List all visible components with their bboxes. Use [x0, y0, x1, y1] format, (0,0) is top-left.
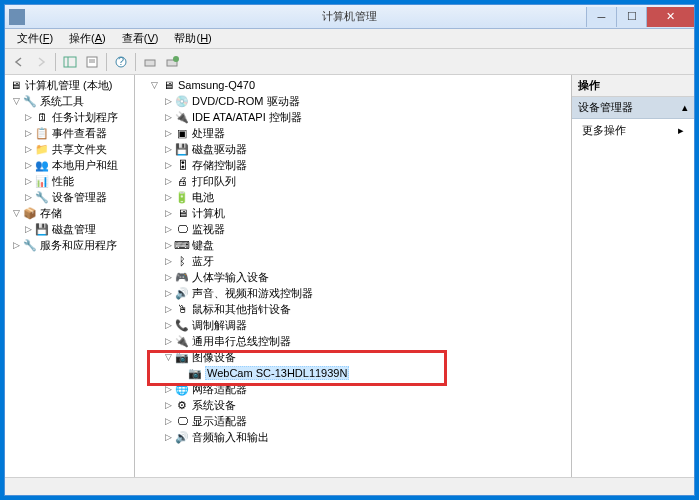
collapse-icon[interactable]: ▴: [682, 101, 688, 114]
expander-icon[interactable]: ▷: [163, 144, 173, 154]
device-category[interactable]: ▷⌨键盘: [149, 237, 569, 253]
expander-icon[interactable]: ▷: [163, 208, 173, 218]
menu-help[interactable]: 帮助(H): [166, 29, 219, 48]
expander-icon[interactable]: ▷: [23, 144, 33, 154]
expander-icon[interactable]: ▷: [23, 192, 33, 202]
device-category[interactable]: ▽📷图像设备: [149, 349, 569, 365]
expander-icon[interactable]: ▷: [23, 160, 33, 170]
expander-icon[interactable]: ▽: [11, 96, 21, 106]
item-icon: 📊: [34, 174, 50, 188]
left-panel[interactable]: 🖥 计算机管理 (本地) ▽🔧系统工具▷🗓任务计划程序▷📋事件查看器▷📁共享文件…: [5, 75, 135, 477]
expander-icon[interactable]: ▷: [163, 416, 173, 426]
back-button[interactable]: [9, 52, 29, 72]
show-hide-tree-button[interactable]: [60, 52, 80, 72]
device-category[interactable]: ▷▣处理器: [149, 125, 569, 141]
device-category[interactable]: ▷🔋电池: [149, 189, 569, 205]
item-icon: 📋: [34, 126, 50, 140]
folder-icon: 🔧: [22, 238, 38, 252]
actions-more[interactable]: 更多操作 ▸: [572, 119, 694, 142]
device-category[interactable]: ▷🎮人体学输入设备: [149, 269, 569, 285]
device-category[interactable]: ▷ᛒ蓝牙: [149, 253, 569, 269]
properties-button[interactable]: [82, 52, 102, 72]
tree-group[interactable]: ▷🔧服务和应用程序: [7, 237, 132, 253]
menu-action[interactable]: 操作(A): [61, 29, 114, 48]
minimize-button[interactable]: ─: [586, 7, 616, 27]
device-category[interactable]: ▷🔊声音、视频和游戏控制器: [149, 285, 569, 301]
device-category[interactable]: ▷💾磁盘驱动器: [149, 141, 569, 157]
tree-item[interactable]: ▷📊性能: [7, 173, 132, 189]
menu-view[interactable]: 查看(V): [114, 29, 167, 48]
tree-item[interactable]: ▷🗓任务计划程序: [7, 109, 132, 125]
scan-button[interactable]: [140, 52, 160, 72]
content-area: 🖥 计算机管理 (本地) ▽🔧系统工具▷🗓任务计划程序▷📋事件查看器▷📁共享文件…: [5, 75, 694, 477]
uninstall-button[interactable]: [162, 52, 182, 72]
device-category[interactable]: ▷🎛存储控制器: [149, 157, 569, 173]
category-icon: 🔊: [174, 430, 190, 444]
category-icon: 🔌: [174, 110, 190, 124]
expander-icon[interactable]: ▷: [23, 176, 33, 186]
close-button[interactable]: ✕: [646, 7, 694, 27]
help-button[interactable]: ?: [111, 52, 131, 72]
tree-item[interactable]: ▷💾磁盘管理: [7, 221, 132, 237]
maximize-button[interactable]: ☐: [616, 7, 646, 27]
mid-panel[interactable]: ▽ 🖥 Samsung-Q470 ▷💿DVD/CD-ROM 驱动器▷🔌IDE A…: [135, 75, 572, 477]
device-category[interactable]: ▷🖵显示适配器: [149, 413, 569, 429]
expander-icon[interactable]: ▷: [163, 224, 173, 234]
expander-icon[interactable]: ▷: [11, 240, 21, 250]
menu-file[interactable]: 文件(F): [9, 29, 61, 48]
tree-item[interactable]: ▷🔧设备管理器: [7, 189, 132, 205]
window-title: 计算机管理: [322, 9, 377, 24]
device-category[interactable]: ▷📞调制解调器: [149, 317, 569, 333]
expander-icon[interactable]: ▽: [149, 80, 159, 90]
expander-icon[interactable]: ▷: [163, 112, 173, 122]
device-item[interactable]: 📷WebCam SC-13HDL11939N: [149, 365, 569, 381]
tree-item[interactable]: ▷📋事件查看器: [7, 125, 132, 141]
titlebar[interactable]: 计算机管理 ─ ☐ ✕: [5, 5, 694, 29]
category-icon: 🖵: [174, 414, 190, 428]
expander-icon[interactable]: ▷: [163, 160, 173, 170]
expander-icon[interactable]: ▽: [163, 352, 173, 362]
tree-item[interactable]: ▷👥本地用户和组: [7, 157, 132, 173]
device-category[interactable]: ▷🖨打印队列: [149, 173, 569, 189]
actions-panel: 操作 设备管理器 ▴ 更多操作 ▸: [572, 75, 694, 477]
category-icon: 🔋: [174, 190, 190, 204]
expander-icon[interactable]: ▷: [163, 304, 173, 314]
expander-icon[interactable]: ▷: [163, 320, 173, 330]
expander-icon[interactable]: ▽: [11, 208, 21, 218]
expander-icon[interactable]: ▷: [23, 112, 33, 122]
device-category[interactable]: ▷🔌通用串行总线控制器: [149, 333, 569, 349]
device-category[interactable]: ▷🔊音频输入和输出: [149, 429, 569, 445]
svg-rect-0: [64, 57, 76, 67]
expander-icon[interactable]: ▷: [23, 224, 33, 234]
device-category[interactable]: ▷⚙系统设备: [149, 397, 569, 413]
actions-section[interactable]: 设备管理器 ▴: [572, 97, 694, 119]
tree-group[interactable]: ▽🔧系统工具: [7, 93, 132, 109]
expander-icon[interactable]: ▷: [163, 384, 173, 394]
expander-icon[interactable]: ▷: [163, 288, 173, 298]
tree-group[interactable]: ▽📦存储: [7, 205, 132, 221]
category-icon: 🖱: [174, 302, 190, 316]
expander-icon[interactable]: ▷: [163, 192, 173, 202]
tree-root[interactable]: 🖥 计算机管理 (本地): [7, 77, 132, 93]
device-category[interactable]: ▷🌐网络适配器: [149, 381, 569, 397]
expander-icon[interactable]: ▷: [163, 400, 173, 410]
expander-icon[interactable]: ▷: [163, 240, 173, 250]
device-category[interactable]: ▷🖱鼠标和其他指针设备: [149, 301, 569, 317]
expander-icon[interactable]: ▷: [163, 272, 173, 282]
forward-button[interactable]: [31, 52, 51, 72]
device-root[interactable]: ▽ 🖥 Samsung-Q470: [149, 77, 569, 93]
tree-item[interactable]: ▷📁共享文件夹: [7, 141, 132, 157]
device-category[interactable]: ▷🖵监视器: [149, 221, 569, 237]
item-icon: 🔧: [34, 190, 50, 204]
expander-icon[interactable]: ▷: [163, 176, 173, 186]
expander-icon[interactable]: ▷: [163, 128, 173, 138]
expander-icon[interactable]: ▷: [163, 336, 173, 346]
device-category[interactable]: ▷💿DVD/CD-ROM 驱动器: [149, 93, 569, 109]
expander-icon[interactable]: ▷: [163, 432, 173, 442]
device-category[interactable]: ▷🖥计算机: [149, 205, 569, 221]
expander-icon[interactable]: ▷: [23, 128, 33, 138]
expander-icon[interactable]: ▷: [163, 96, 173, 106]
expander-icon[interactable]: ▷: [163, 256, 173, 266]
webcam-icon: 📷: [187, 366, 203, 380]
device-category[interactable]: ▷🔌IDE ATA/ATAPI 控制器: [149, 109, 569, 125]
